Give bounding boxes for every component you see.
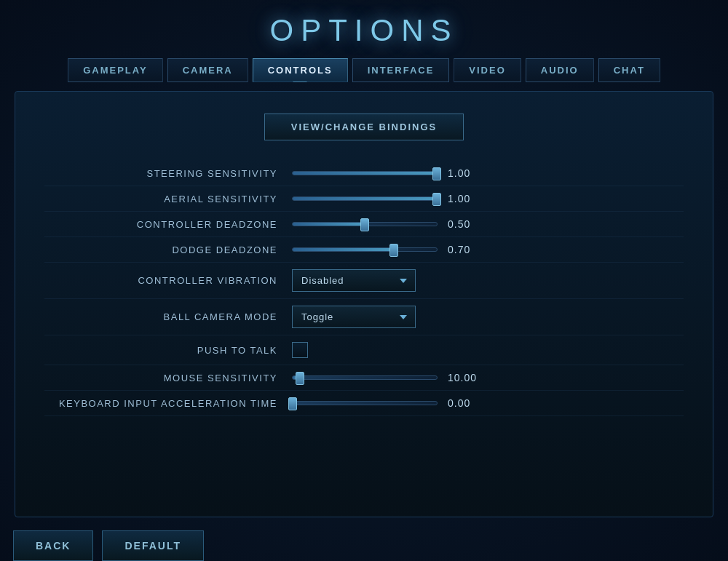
back-button[interactable]: BACK: [13, 530, 93, 561]
push-to-talk-control: [292, 342, 684, 358]
dodge-deadzone-slider[interactable]: [292, 247, 438, 252]
tab-audio[interactable]: AUDIO: [526, 58, 594, 82]
controller-deadzone-value: 0.50: [448, 218, 477, 230]
aerial-sensitivity-label: AERIAL SENSITIVITY: [44, 194, 292, 204]
tab-gameplay[interactable]: GAMEPLAY: [68, 58, 162, 82]
mouse-sensitivity-value: 10.00: [448, 372, 477, 383]
controller-vibration-label: CONTROLLER VIBRATION: [44, 275, 292, 286]
ball-camera-mode-control: Toggle Hold: [292, 306, 684, 328]
setting-row-controller-vibration: CONTROLLER VIBRATION Disabled Enabled: [44, 263, 684, 299]
main-panel: VIEW/CHANGE BINDINGS STEERING SENSITIVIT…: [15, 91, 713, 517]
ball-camera-mode-label: BALL CAMERA MODE: [44, 311, 292, 322]
push-to-talk-checkbox[interactable]: [292, 342, 308, 358]
dodge-deadzone-label: DODGE DEADZONE: [44, 244, 292, 255]
controller-deadzone-thumb[interactable]: [360, 218, 369, 231]
tab-bar: GAMEPLAY CAMERA CONTROLS INTERFACE VIDEO…: [68, 58, 660, 82]
setting-row-keyboard-input-acceleration-time: KEYBOARD INPUT ACCELERATION TIME 0.00: [44, 391, 684, 416]
mouse-sensitivity-label: MOUSE SENSITIVITY: [44, 373, 292, 383]
steering-sensitivity-fill: [293, 172, 437, 175]
steering-sensitivity-thumb[interactable]: [432, 167, 441, 180]
setting-row-push-to-talk: PUSH TO TALK: [44, 335, 684, 365]
push-to-talk-label: PUSH TO TALK: [44, 345, 292, 356]
mouse-sensitivity-slider[interactable]: [292, 375, 438, 380]
setting-row-controller-deadzone: CONTROLLER DEADZONE 0.50: [44, 212, 684, 237]
steering-sensitivity-label: STEERING SENSITIVITY: [44, 168, 292, 179]
page-title: OPTIONS: [269, 13, 458, 48]
aerial-sensitivity-fill: [293, 197, 437, 200]
setting-row-steering-sensitivity: STEERING SENSITIVITY 1.00: [44, 161, 684, 186]
tab-chat[interactable]: CHAT: [598, 58, 660, 82]
controller-vibration-dropdown-wrapper: Disabled Enabled: [292, 269, 416, 292]
tab-video[interactable]: VIDEO: [454, 58, 521, 82]
setting-row-aerial-sensitivity: AERIAL SENSITIVITY 1.00: [44, 186, 684, 212]
tab-controls[interactable]: CONTROLS: [253, 58, 348, 82]
setting-row-dodge-deadzone: DODGE DEADZONE 0.70: [44, 237, 684, 263]
settings-container: STEERING SENSITIVITY 1.00 AERIAL SENSITI…: [44, 161, 684, 416]
dodge-deadzone-value: 0.70: [448, 244, 477, 255]
tab-active-indicator: [293, 81, 307, 89]
aerial-sensitivity-control: 1.00: [292, 193, 684, 204]
aerial-sensitivity-thumb[interactable]: [432, 193, 441, 206]
controller-deadzone-control: 0.50: [292, 218, 684, 230]
keyboard-input-acceleration-time-control: 0.00: [292, 397, 684, 409]
setting-row-mouse-sensitivity: MOUSE SENSITIVITY 10.00: [44, 365, 684, 391]
controller-vibration-control: Disabled Enabled: [292, 269, 684, 292]
controller-deadzone-label: CONTROLLER DEADZONE: [44, 219, 292, 230]
keyboard-input-acceleration-time-slider[interactable]: [292, 401, 438, 405]
view-change-bindings-button[interactable]: VIEW/CHANGE BINDINGS: [264, 114, 464, 140]
mouse-sensitivity-control: 10.00: [292, 372, 684, 383]
dodge-deadzone-fill: [293, 248, 394, 251]
steering-sensitivity-control: 1.00: [292, 167, 684, 179]
keyboard-input-acceleration-time-thumb[interactable]: [288, 397, 297, 410]
steering-sensitivity-value: 1.00: [448, 167, 477, 179]
aerial-sensitivity-slider[interactable]: [292, 196, 438, 201]
keyboard-input-acceleration-time-label: KEYBOARD INPUT ACCELERATION TIME: [44, 398, 292, 409]
bottom-bar: BACK DEFAULT: [13, 530, 204, 561]
controller-vibration-dropdown[interactable]: Disabled Enabled: [292, 269, 416, 292]
setting-row-ball-camera-mode: BALL CAMERA MODE Toggle Hold: [44, 299, 684, 335]
dodge-deadzone-thumb[interactable]: [389, 244, 398, 257]
tab-interface[interactable]: INTERFACE: [352, 58, 450, 82]
steering-sensitivity-slider[interactable]: [292, 171, 438, 175]
controller-deadzone-fill: [293, 223, 365, 226]
mouse-sensitivity-thumb[interactable]: [296, 372, 304, 385]
tab-camera[interactable]: CAMERA: [167, 58, 248, 82]
aerial-sensitivity-value: 1.00: [448, 193, 477, 204]
keyboard-input-acceleration-time-value: 0.00: [448, 397, 477, 409]
default-button[interactable]: DEFAULT: [102, 530, 204, 561]
ball-camera-mode-dropdown[interactable]: Toggle Hold: [292, 306, 416, 328]
dodge-deadzone-control: 0.70: [292, 244, 684, 255]
controller-deadzone-slider[interactable]: [292, 222, 438, 226]
ball-camera-mode-dropdown-wrapper: Toggle Hold: [292, 306, 416, 328]
